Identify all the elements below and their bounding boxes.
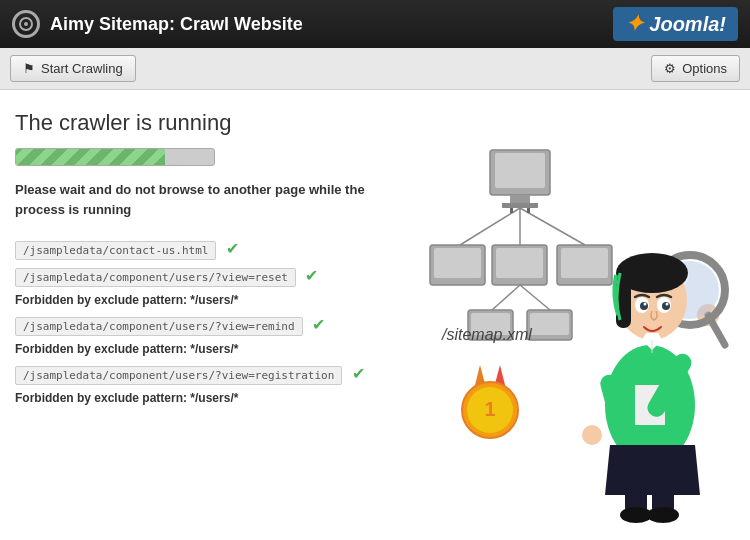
svg-point-1 — [24, 22, 28, 26]
options-button[interactable]: ⚙ Options — [651, 55, 740, 82]
progress-bar-fill — [16, 149, 165, 165]
right-panel: /sitemap.xml 1 — [410, 90, 750, 540]
url-badge-2: /jsampledata/component/users/?view=remin… — [15, 317, 303, 336]
progress-bar-container — [15, 148, 215, 166]
forbidden-text-1: Forbidden by exclude pattern: */users/* — [15, 293, 395, 307]
joomla-label: Joomla! — [649, 13, 726, 36]
svg-text:1: 1 — [484, 398, 495, 420]
svg-marker-35 — [605, 445, 700, 495]
url-entry-3: /jsampledata/component/users/?view=regis… — [15, 364, 395, 385]
page-title: The crawler is running — [15, 110, 395, 136]
gear-icon: ⚙ — [664, 61, 676, 76]
start-crawling-button[interactable]: ⚑ Start Crawling — [10, 55, 136, 82]
start-crawling-label: Start Crawling — [41, 61, 123, 76]
left-panel: The crawler is running Please wait and d… — [0, 90, 410, 540]
svg-line-16 — [520, 285, 550, 310]
forbidden-text-3: Forbidden by exclude pattern: */users/* — [15, 391, 395, 405]
check-icon-2: ✔ — [312, 316, 325, 333]
illustration: /sitemap.xml 1 — [420, 115, 740, 515]
svg-text:/sitemap.xml: /sitemap.xml — [441, 326, 532, 343]
url-entry-0: /jsampledata/contact-us.html ✔ — [15, 239, 395, 260]
svg-point-53 — [666, 303, 669, 306]
url-badge-3: /jsampledata/component/users/?view=regis… — [15, 366, 342, 385]
joomla-logo: ✦ Joomla! — [613, 7, 738, 41]
svg-rect-4 — [510, 195, 530, 203]
svg-rect-22 — [527, 208, 530, 213]
svg-point-52 — [644, 303, 647, 306]
svg-rect-21 — [510, 208, 513, 213]
forbidden-text-2: Forbidden by exclude pattern: */users/* — [15, 342, 395, 356]
svg-rect-20 — [530, 313, 569, 335]
svg-rect-10 — [434, 248, 481, 278]
medal-svg: 1 — [450, 355, 530, 455]
url-entry-1: /jsampledata/component/users/?view=reset… — [15, 266, 395, 287]
svg-line-15 — [492, 285, 520, 310]
character-svg — [570, 115, 740, 535]
svg-rect-5 — [502, 203, 538, 208]
header-left: Aimy Sitemap: Crawl Website — [12, 10, 303, 38]
url-entry-2: /jsampledata/component/users/?view=remin… — [15, 315, 395, 336]
url-badge-1: /jsampledata/component/users/?view=reset — [15, 268, 296, 287]
svg-rect-12 — [496, 248, 543, 278]
svg-line-6 — [460, 208, 520, 245]
toolbar: ⚑ Start Crawling ⚙ Options — [0, 48, 750, 90]
svg-rect-3 — [495, 153, 545, 188]
app-title: Aimy Sitemap: Crawl Website — [50, 14, 303, 35]
wait-message: Please wait and do not browse to another… — [15, 180, 395, 219]
crawl-icon: ⚑ — [23, 61, 35, 76]
options-label: Options — [682, 61, 727, 76]
main-content: The crawler is running Please wait and d… — [0, 90, 750, 540]
app-logo-icon — [12, 10, 40, 38]
svg-point-33 — [647, 507, 679, 523]
check-icon-3: ✔ — [352, 365, 365, 382]
app-header: Aimy Sitemap: Crawl Website ✦ Joomla! — [0, 0, 750, 48]
check-icon-1: ✔ — [305, 267, 318, 284]
joomla-star-icon: ✦ — [625, 11, 643, 37]
svg-point-37 — [582, 425, 602, 445]
url-badge-0: /jsampledata/contact-us.html — [15, 241, 216, 260]
check-icon-0: ✔ — [226, 240, 239, 257]
